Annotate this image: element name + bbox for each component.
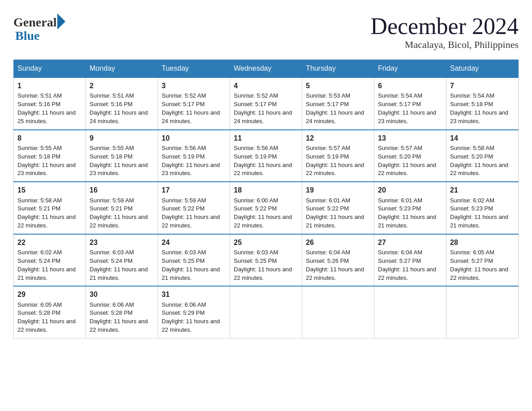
- day-number: 5: [306, 81, 370, 91]
- calendar-cell: 15Sunrise: 5:58 AMSunset: 5:21 PMDayligh…: [14, 182, 86, 234]
- column-header-friday: Friday: [374, 60, 446, 78]
- day-number: 27: [378, 237, 442, 248]
- calendar-cell: 22Sunrise: 6:02 AMSunset: 5:24 PMDayligh…: [14, 234, 86, 287]
- calendar-cell: 30Sunrise: 6:06 AMSunset: 5:28 PMDayligh…: [86, 286, 158, 338]
- calendar-cell: 17Sunrise: 5:59 AMSunset: 5:22 PMDayligh…: [158, 182, 230, 234]
- calendar-cell: 5Sunrise: 5:53 AMSunset: 5:17 PMDaylight…: [302, 77, 374, 130]
- day-number: 6: [378, 81, 442, 91]
- day-number: 30: [90, 289, 154, 300]
- calendar-cell: [446, 286, 519, 338]
- day-number: 28: [450, 237, 515, 248]
- calendar-cell: 26Sunrise: 6:04 AMSunset: 5:26 PMDayligh…: [302, 234, 374, 287]
- calendar-cell: 3Sunrise: 5:52 AMSunset: 5:17 PMDaylight…: [158, 77, 230, 130]
- column-header-saturday: Saturday: [446, 60, 519, 78]
- week-row-2: 8Sunrise: 5:55 AMSunset: 5:18 PMDaylight…: [14, 130, 519, 182]
- title-area: December 2024 Macalaya, Bicol, Philippin…: [370, 13, 519, 51]
- calendar-cell: 27Sunrise: 6:04 AMSunset: 5:27 PMDayligh…: [374, 234, 446, 287]
- day-number: 16: [90, 185, 154, 195]
- week-row-4: 22Sunrise: 6:02 AMSunset: 5:24 PMDayligh…: [14, 234, 519, 287]
- calendar-cell: 25Sunrise: 6:03 AMSunset: 5:25 PMDayligh…: [230, 234, 302, 287]
- calendar-cell: 31Sunrise: 6:06 AMSunset: 5:29 PMDayligh…: [158, 286, 230, 338]
- calendar-cell: 18Sunrise: 6:00 AMSunset: 5:22 PMDayligh…: [230, 182, 302, 234]
- column-header-thursday: Thursday: [302, 60, 374, 78]
- week-row-3: 15Sunrise: 5:58 AMSunset: 5:21 PMDayligh…: [14, 182, 519, 234]
- calendar-cell: 21Sunrise: 6:02 AMSunset: 5:23 PMDayligh…: [446, 182, 519, 234]
- calendar-cell: 14Sunrise: 5:58 AMSunset: 5:20 PMDayligh…: [446, 130, 519, 182]
- calendar-cell: 29Sunrise: 6:05 AMSunset: 5:28 PMDayligh…: [14, 286, 86, 338]
- day-number: 25: [234, 237, 298, 248]
- calendar-cell: 20Sunrise: 6:01 AMSunset: 5:23 PMDayligh…: [374, 182, 446, 234]
- calendar-cell: 24Sunrise: 6:03 AMSunset: 5:25 PMDayligh…: [158, 234, 230, 287]
- calendar-cell: 9Sunrise: 5:55 AMSunset: 5:18 PMDaylight…: [86, 130, 158, 182]
- day-number: 7: [450, 81, 515, 91]
- day-number: 4: [234, 81, 298, 91]
- day-number: 2: [90, 81, 154, 91]
- location-title: Macalaya, Bicol, Philippines: [370, 39, 519, 51]
- logo-general-text: General: [13, 15, 56, 30]
- calendar-cell: 23Sunrise: 6:03 AMSunset: 5:24 PMDayligh…: [86, 234, 158, 287]
- day-number: 11: [234, 133, 298, 143]
- day-number: 1: [17, 81, 82, 91]
- day-number: 29: [17, 289, 82, 300]
- day-number: 20: [378, 185, 442, 195]
- calendar-cell: [374, 286, 446, 338]
- calendar-table: SundayMondayTuesdayWednesdayThursdayFrid…: [13, 60, 519, 338]
- month-title: December 2024: [370, 13, 519, 39]
- column-header-tuesday: Tuesday: [158, 60, 230, 78]
- column-header-sunday: Sunday: [14, 60, 86, 78]
- day-number: 23: [90, 237, 154, 248]
- day-number: 24: [162, 237, 226, 248]
- day-number: 19: [306, 185, 370, 195]
- column-header-monday: Monday: [86, 60, 158, 78]
- column-header-wednesday: Wednesday: [230, 60, 302, 78]
- calendar-cell: 1Sunrise: 5:51 AMSunset: 5:16 PMDaylight…: [14, 77, 86, 130]
- day-number: 8: [17, 133, 82, 143]
- week-row-1: 1Sunrise: 5:51 AMSunset: 5:16 PMDaylight…: [14, 77, 519, 130]
- calendar-cell: 7Sunrise: 5:54 AMSunset: 5:18 PMDaylight…: [446, 77, 519, 130]
- logo-blue-text: Blue: [15, 29, 39, 43]
- calendar-cell: 4Sunrise: 5:52 AMSunset: 5:17 PMDaylight…: [230, 77, 302, 130]
- day-number: 26: [306, 237, 370, 248]
- day-number: 3: [162, 81, 226, 91]
- day-number: 17: [162, 185, 226, 195]
- calendar-cell: [230, 286, 302, 338]
- page-header: General Blue December 2024 Macalaya, Bic…: [13, 13, 519, 51]
- day-number: 12: [306, 133, 370, 143]
- calendar-cell: [302, 286, 374, 338]
- day-number: 31: [162, 289, 226, 300]
- day-number: 22: [17, 237, 82, 248]
- day-number: 9: [90, 133, 154, 143]
- logo-triangle-icon: [57, 13, 65, 30]
- calendar-cell: 28Sunrise: 6:05 AMSunset: 5:27 PMDayligh…: [446, 234, 519, 287]
- day-number: 15: [17, 185, 82, 195]
- calendar-cell: 11Sunrise: 5:56 AMSunset: 5:19 PMDayligh…: [230, 130, 302, 182]
- calendar-cell: 2Sunrise: 5:51 AMSunset: 5:16 PMDaylight…: [86, 77, 158, 130]
- day-number: 13: [378, 133, 442, 143]
- calendar-cell: 13Sunrise: 5:57 AMSunset: 5:20 PMDayligh…: [374, 130, 446, 182]
- logo: General Blue: [13, 13, 65, 43]
- day-number: 18: [234, 185, 298, 195]
- calendar-cell: 6Sunrise: 5:54 AMSunset: 5:17 PMDaylight…: [374, 77, 446, 130]
- calendar-cell: 19Sunrise: 6:01 AMSunset: 5:22 PMDayligh…: [302, 182, 374, 234]
- calendar-cell: 8Sunrise: 5:55 AMSunset: 5:18 PMDaylight…: [14, 130, 86, 182]
- calendar-cell: 10Sunrise: 5:56 AMSunset: 5:19 PMDayligh…: [158, 130, 230, 182]
- week-row-5: 29Sunrise: 6:05 AMSunset: 5:28 PMDayligh…: [14, 286, 519, 338]
- day-number: 14: [450, 133, 515, 143]
- calendar-header-row: SundayMondayTuesdayWednesdayThursdayFrid…: [14, 60, 519, 78]
- calendar-cell: 16Sunrise: 5:59 AMSunset: 5:21 PMDayligh…: [86, 182, 158, 234]
- day-number: 10: [162, 133, 226, 143]
- day-number: 21: [450, 185, 515, 195]
- calendar-cell: 12Sunrise: 5:57 AMSunset: 5:19 PMDayligh…: [302, 130, 374, 182]
